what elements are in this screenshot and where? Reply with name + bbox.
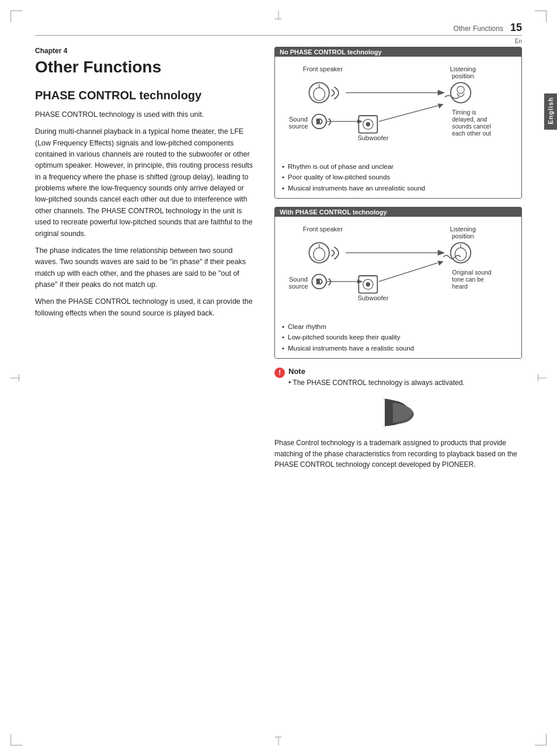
d1-listening-icon (451, 82, 471, 102)
svg-text:Listening: Listening (450, 226, 476, 233)
svg-point-3 (457, 86, 464, 93)
section-title: PHASE CONTROL technology (35, 88, 257, 102)
svg-text:Front speaker: Front speaker (303, 226, 343, 233)
chapter-label: Chapter 4 (35, 47, 257, 55)
page-header: Other Functions 15 En (35, 22, 522, 36)
svg-marker-33 (438, 261, 444, 266)
svg-marker-31 (357, 279, 363, 283)
d1-listening-label2: position (452, 72, 474, 79)
note-content: Note • The PHASE CONTROL technology is a… (288, 367, 465, 388)
diagram-no-phase-control: No PHASE CONTROL technology Front speake… (274, 47, 522, 199)
d1-front-speaker-label: Front speaker (303, 65, 343, 72)
side-tab-label: English (547, 97, 554, 124)
body-paragraph-4: When the PHASE CONTROL technology is use… (35, 296, 257, 319)
diagram1-header: No PHASE CONTROL technology (275, 47, 521, 57)
diagram1-svg: Front speaker Listening position (280, 63, 517, 156)
body-paragraph-3: The phase indicates the time relationshi… (35, 245, 257, 291)
svg-point-29 (366, 282, 370, 286)
body-paragraph-1: PHASE CONTROL technology is used with th… (35, 109, 257, 120)
d1-subwoofer-label: Subwoofer (357, 134, 388, 141)
d1-bullet-1: Rhythm is out of phase and unclear (288, 161, 517, 172)
corner-mark-br (535, 734, 546, 745)
svg-text:position: position (452, 233, 474, 240)
diagram2-svg: Front speaker Listening position (280, 223, 517, 316)
side-tab: English (544, 93, 557, 130)
d1-wave2 (335, 87, 339, 99)
top-center-mark (278, 11, 279, 19)
d2-bullet-1: Clear rhythm (288, 321, 517, 332)
diagram2-header: With PHASE CONTROL technology (275, 207, 521, 217)
pioneer-logo (274, 394, 522, 432)
svg-text:heard: heard (452, 283, 468, 290)
d2-bullet-2: Low-pitched sounds keep their quality (288, 332, 517, 342)
d1-timing-text3: sounds cancel (452, 123, 491, 130)
svg-line-9 (379, 106, 438, 122)
corner-mark-bl (11, 734, 22, 745)
svg-marker-10 (438, 103, 444, 109)
body-paragraph-2: During multi-channel playback in a typic… (35, 126, 257, 240)
main-content: Chapter 4 Other Functions PHASE CONTROL … (35, 41, 522, 727)
svg-point-6 (366, 122, 370, 126)
left-column: Chapter 4 Other Functions PHASE CONTROL … (35, 41, 257, 727)
d1-wave1 (332, 90, 335, 96)
svg-point-0 (314, 88, 325, 100)
diagram1-bullets: Rhythm is out of phase and unclear Poor … (280, 161, 517, 193)
page-number: 15 (510, 22, 522, 33)
bottom-center-mark (278, 737, 279, 745)
pioneer-logo-svg (372, 394, 424, 432)
note-text: • The PHASE CONTROL technology is always… (288, 377, 465, 388)
d1-timing-text2: delayed, and (452, 116, 487, 123)
d1-arrow1-head (438, 90, 445, 96)
svg-text:source: source (288, 283, 308, 290)
note-icon: ! (274, 367, 285, 378)
svg-point-20 (455, 248, 467, 261)
note-box: ! Note • The PHASE CONTROL technology is… (274, 367, 522, 388)
svg-text:Sound: Sound (289, 276, 308, 283)
d1-sound-source-label2: source (288, 123, 308, 130)
svg-marker-8 (357, 119, 363, 123)
trademark-text: Phase Control technology is a trademark … (274, 438, 522, 470)
chapter-title: Other Functions (35, 58, 257, 77)
diagram2-bullets: Clear rhythm Low-pitched sounds keep the… (280, 321, 517, 353)
diagram1-content: Front speaker Listening position (275, 57, 521, 198)
d2-bullet-3: Musical instruments have a realistic sou… (288, 343, 517, 353)
d1-timing-text4: each other out (452, 130, 491, 137)
svg-rect-4 (316, 119, 320, 124)
note-title: Note (288, 367, 465, 376)
d1-listening-label: Listening (450, 65, 476, 72)
d1-bullet-3: Musical instruments have an unrealistic … (288, 183, 517, 193)
d1-timing-text: Timing is (452, 109, 476, 116)
right-center-mark (538, 378, 546, 379)
right-column: No PHASE CONTROL technology Front speake… (274, 41, 522, 727)
svg-text:Subwoofer: Subwoofer (357, 294, 388, 301)
diagram2-content: Front speaker Listening position (275, 217, 521, 358)
left-center-mark (11, 378, 19, 379)
corner-mark-tr (535, 11, 546, 22)
svg-line-32 (379, 263, 438, 282)
d1-bullet-2: Poor quality of low-pitched sounds (288, 172, 517, 182)
svg-text:tone can be: tone can be (452, 276, 484, 283)
svg-rect-25 (316, 279, 320, 285)
svg-text:Original sound: Original sound (452, 269, 491, 276)
corner-mark-tl (11, 11, 22, 22)
diagram-with-phase-control: With PHASE CONTROL technology Front spea… (274, 207, 522, 359)
d1-sound-source-label: Sound (289, 116, 308, 123)
header-section-title: Other Functions (454, 25, 503, 33)
svg-point-15 (314, 248, 325, 261)
svg-marker-18 (438, 250, 445, 256)
